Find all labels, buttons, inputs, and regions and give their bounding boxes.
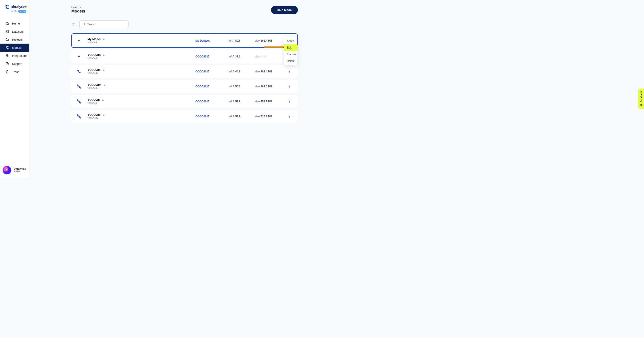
user-name: Ultralytics — [14, 168, 26, 170]
model-map: mAP44.9 — [228, 70, 253, 73]
breadcrumb: Home > — [71, 6, 85, 8]
model-arch: YOLOv8n — [88, 57, 194, 60]
search-input-wrap[interactable] — [80, 20, 128, 28]
home-icon — [5, 22, 9, 25]
sidebar: ultralytics HUB BETA Home Datasets — [0, 0, 29, 178]
model-dataset[interactable]: COCO2017 — [196, 85, 227, 88]
trash-icon — [5, 70, 9, 74]
model-arch: YOLOv8l — [88, 102, 194, 104]
sidebar-item-label: Support — [12, 62, 22, 66]
model-title-col: YOLOv8sYOLOv8s — [88, 68, 194, 75]
context-menu-item-delete[interactable]: Delete — [284, 58, 297, 64]
sidebar-item-label: Integrations — [12, 54, 27, 58]
train-model-button[interactable]: Train Model — [271, 6, 298, 14]
model-title-col: YOLOv8mYOLOv8m — [88, 83, 194, 90]
model-title-col: YOLOv8nYOLOv8n — [88, 53, 194, 60]
context-menu-item-share[interactable]: Share — [284, 38, 297, 44]
search-input[interactable] — [87, 22, 126, 26]
model-name: YOLOv8l — [88, 98, 100, 102]
sidebar-item-home[interactable]: Home — [0, 20, 29, 28]
model-title-col: YOLOv8lYOLOv8l — [88, 98, 194, 104]
model-icon — [77, 84, 81, 89]
breadcrumb-home[interactable]: Home — [71, 6, 78, 8]
model-name: YOLOv8n — [88, 53, 100, 56]
model-icon — [77, 38, 81, 43]
model-icon — [77, 54, 81, 59]
arrow-annotation-icon — [264, 46, 285, 48]
model-map: mAP53.9 — [228, 115, 253, 118]
model-dataset[interactable]: COCO2017 — [196, 115, 227, 118]
sidebar-item-support[interactable]: Support — [0, 60, 29, 68]
model-row[interactable]: YOLOv8sYOLOv8sCOCO2017mAP44.9size308.4 M… — [71, 65, 298, 78]
sidebar-item-label: Trash — [12, 70, 20, 74]
hub-label: HUB — [11, 10, 17, 13]
model-icon — [77, 114, 81, 119]
chevron-right-icon: > — [80, 6, 81, 8]
user-plan: FREE — [14, 170, 26, 173]
sidebar-nav: Home Datasets Projects Models — [0, 20, 29, 76]
model-row[interactable]: YOLOv8mYOLOv8mCOCO2017mAP50.2size463.0 M… — [71, 80, 298, 93]
svg-point-1 — [8, 5, 9, 6]
avatar — [2, 166, 12, 175]
sidebar-item-projects[interactable]: Projects — [0, 36, 29, 44]
svg-point-0 — [6, 5, 8, 6]
sidebar-item-integrations[interactable]: Integrations — [0, 52, 29, 60]
model-row[interactable]: YOLOv8xYOLOv8xCOCO2017mAP53.9size716.8 M… — [71, 110, 298, 123]
search-icon — [82, 22, 86, 26]
model-map: mAP37.3 — [228, 55, 253, 58]
model-name: YOLOv8m — [88, 83, 102, 86]
sidebar-item-datasets[interactable]: Datasets — [0, 28, 29, 36]
model-title-col: My ModelYOLOv8n — [88, 37, 194, 44]
kebab-menu-button[interactable] — [286, 100, 292, 103]
model-size: size118.0 — [255, 55, 284, 58]
model-arch: YOLOv8m — [88, 87, 194, 90]
svg-point-3 — [6, 31, 7, 32]
model-name: YOLOv8s — [88, 68, 100, 72]
sidebar-item-trash[interactable]: Trash — [0, 68, 29, 76]
brand-logo[interactable]: ultralytics HUB BETA — [0, 0, 29, 16]
sidebar-item-label: Projects — [12, 38, 22, 41]
image-icon — [5, 30, 9, 33]
context-menu: ShareEditTransferDelete — [284, 37, 297, 65]
model-title-col: YOLOv8xYOLOv8x — [88, 113, 194, 120]
context-menu-item-edit[interactable]: Edit — [284, 44, 298, 51]
command-icon — [5, 46, 9, 50]
sidebar-item-label: Models — [12, 46, 22, 50]
model-arch: YOLOv8x — [88, 117, 194, 120]
model-dataset[interactable]: COCO2017 — [196, 70, 227, 73]
model-name: My Model — [88, 37, 100, 41]
model-size: size308.4 MB — [255, 70, 284, 73]
model-dataset[interactable]: COCO2017 — [196, 100, 227, 103]
folder-icon — [5, 38, 9, 41]
logo-mark-icon — [5, 4, 10, 10]
filter-icon[interactable] — [71, 22, 75, 26]
help-icon — [5, 62, 9, 66]
beta-badge: BETA — [18, 10, 26, 13]
page-title: Models — [71, 9, 85, 14]
model-arch: YOLOv8s — [88, 72, 194, 75]
context-menu-item-transfer[interactable]: Transfer — [284, 51, 297, 58]
sidebar-item-models[interactable]: Models — [0, 44, 29, 52]
kebab-menu-button[interactable] — [286, 85, 292, 88]
svg-point-9 — [83, 23, 84, 25]
model-size: size463.0 MB — [255, 85, 284, 88]
svg-line-10 — [84, 24, 85, 25]
model-row[interactable]: YOLOv8lYOLOv8lCOCO2017mAP52.9size458.9 M… — [71, 95, 298, 108]
sidebar-item-label: Datasets — [12, 30, 24, 33]
model-row[interactable]: YOLOv8nYOLOv8nCOCO2017mAP37.3size118.0 — [71, 50, 298, 63]
model-dataset[interactable]: My Dataset — [196, 39, 227, 42]
model-map: mAP52.9 — [228, 100, 253, 103]
lock-icon — [102, 54, 105, 56]
model-map: mAP50.2 — [228, 85, 253, 88]
sidebar-item-label: Home — [12, 22, 20, 25]
lock-icon — [102, 114, 105, 116]
model-map: mAP89.5 — [228, 39, 253, 42]
model-icon — [77, 99, 81, 104]
lock-icon — [103, 84, 106, 86]
user-profile[interactable]: Ultralytics FREE — [2, 166, 26, 175]
model-dataset[interactable]: COCO2017 — [196, 55, 227, 58]
kebab-menu-button[interactable] — [286, 115, 292, 118]
kebab-menu-button[interactable] — [286, 70, 292, 73]
lock-icon — [102, 98, 104, 101]
main-content: Home > Models Train Model My ModelYOLOv8… — [29, 0, 338, 178]
